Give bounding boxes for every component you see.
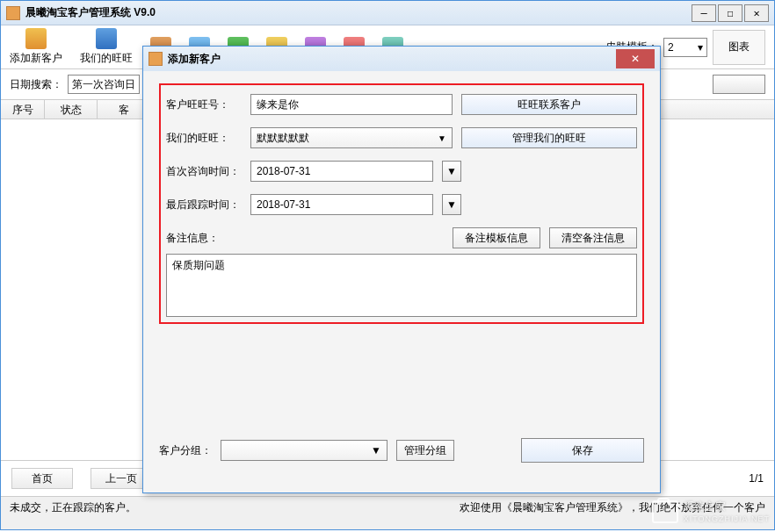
date-type-select[interactable]: 第一次咨询日: [68, 75, 140, 94]
chevron-down-icon: ▼: [438, 133, 446, 143]
maximize-button[interactable]: ☐: [718, 4, 742, 22]
date-search-label: 日期搜索：: [10, 77, 62, 92]
last-time-input[interactable]: 2018-07-31: [250, 194, 433, 215]
first-time-dropdown[interactable]: ▼: [442, 161, 461, 182]
dialog-close-button[interactable]: ✕: [616, 49, 655, 68]
manage-group-button[interactable]: 管理分组: [396, 440, 454, 461]
remark-clear-button[interactable]: 清空备注信息: [549, 227, 637, 248]
contact-wangwang-button[interactable]: 旺旺联系客户: [461, 94, 637, 115]
status-left: 未成交，正在跟踪的客户。: [10, 500, 136, 515]
minimize-button[interactable]: —: [692, 4, 716, 22]
add-customer-dialog: 添加新客户 ✕ 客户旺旺号： 旺旺联系客户 我们的旺旺： 默默默默默▼ 管理我们…: [142, 46, 661, 493]
first-time-input[interactable]: 2018-07-31: [250, 161, 433, 182]
wangwang-label: 客户旺旺号：: [166, 97, 242, 112]
save-button[interactable]: 保存: [521, 438, 644, 463]
last-time-label: 最后跟踪时间：: [166, 198, 242, 212]
wangwang-input[interactable]: [250, 94, 453, 115]
main-titlebar: 晨曦淘宝客户管理系统 V9.0 — ☐ ✕: [1, 1, 774, 25]
chart-button[interactable]: 图表: [713, 30, 765, 65]
first-page-button[interactable]: 首页: [11, 468, 73, 489]
manage-our-wangwang-button[interactable]: 管理我们的旺旺: [461, 127, 637, 148]
remark-textarea[interactable]: 保质期问题: [166, 254, 637, 317]
our-wangwang-label: 我们的旺旺：: [166, 131, 242, 146]
remark-label: 备注信息：: [166, 231, 242, 246]
status-bar: 未成交，正在跟踪的客户。 欢迎使用《晨曦淘宝客户管理系统》，我们绝不放弃任何一个…: [1, 496, 774, 519]
chevron-down-icon: ▼: [371, 444, 381, 457]
skin-select[interactable]: 2▾: [663, 38, 707, 57]
first-time-label: 首次咨询时间：: [166, 164, 242, 179]
col-status: 状态: [45, 100, 98, 119]
our-wangwang-select[interactable]: 默默默默默▼: [250, 127, 453, 148]
last-time-dropdown[interactable]: ▼: [442, 194, 461, 215]
group-label: 客户分组：: [159, 443, 212, 458]
highlighted-form-area: 客户旺旺号： 旺旺联系客户 我们的旺旺： 默默默默默▼ 管理我们的旺旺 首次咨询…: [159, 83, 644, 324]
add-customer-icon: [25, 28, 47, 49]
app-icon: [6, 6, 20, 20]
dialog-icon: [148, 52, 163, 66]
close-button[interactable]: ✕: [744, 4, 769, 22]
filter-select[interactable]: [713, 75, 765, 94]
dialog-titlebar: 添加新客户 ✕: [143, 47, 660, 71]
group-select[interactable]: ▼: [221, 440, 388, 461]
remark-template-button[interactable]: 备注模板信息: [453, 227, 540, 248]
app-title: 晨曦淘宝客户管理系统 V9.0: [25, 5, 692, 20]
page-number: 1/1: [749, 472, 764, 485]
col-index: 序号: [1, 100, 45, 119]
our-wangwang-icon: [96, 28, 117, 49]
chevron-down-icon: ▾: [698, 41, 703, 54]
our-wangwang-button[interactable]: 我们的旺旺: [80, 28, 133, 66]
add-customer-button[interactable]: 添加新客户: [10, 28, 62, 66]
status-right: 欢迎使用《晨曦淘宝客户管理系统》，我们绝不放弃任何一个客户: [460, 500, 765, 515]
dialog-title: 添加新客户: [168, 52, 616, 67]
